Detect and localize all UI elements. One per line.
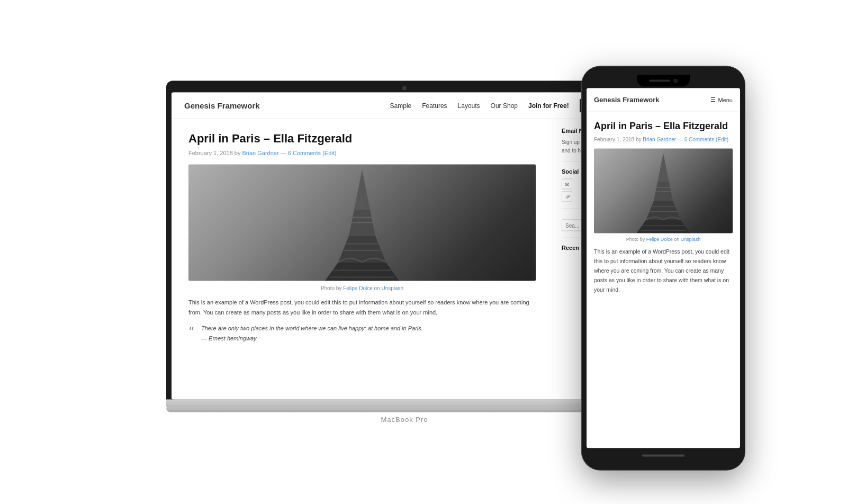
phone-home-indicator: [642, 455, 684, 457]
laptop-base: [166, 400, 643, 408]
phone-eiffel-tower-svg: [626, 151, 700, 233]
laptop-image-source[interactable]: Unsplash: [381, 285, 403, 291]
phone-camera-dot: [673, 79, 678, 83]
phone-notch-bar: [587, 74, 740, 88]
hamburger-icon: ☰: [710, 96, 716, 103]
laptop-screen: Genesis Framework Sample Features Layout…: [172, 93, 637, 400]
nav-sample[interactable]: Sample: [390, 102, 412, 109]
phone-notch: [637, 75, 690, 87]
nav-layouts[interactable]: Layouts: [458, 102, 480, 109]
laptop-main: April in Paris – Ella Fitzgerald Februar…: [172, 119, 553, 400]
laptop-post-comments[interactable]: 6 Comments (Edit): [288, 150, 337, 156]
phone-image-author[interactable]: Felipe Dolce: [646, 237, 673, 242]
laptop-site-title: Genesis Framework: [184, 101, 260, 110]
phone-post-image: [594, 149, 733, 233]
laptop-camera: [402, 86, 407, 91]
laptop-screen-wrapper: Genesis Framework Sample Features Layout…: [166, 81, 643, 400]
svg-marker-12: [646, 201, 681, 220]
laptop-image-caption: Photo by Felipe Dolce on Unsplash: [188, 285, 536, 291]
nav-features[interactable]: Features: [422, 102, 447, 109]
laptop-device: Genesis Framework Sample Features Layout…: [166, 81, 643, 424]
laptop-post-image: [188, 165, 536, 281]
phone-post-meta: February 1, 2018 by Brian Gardner — 6 Co…: [594, 137, 733, 142]
phone-site-content: April in Paris – Ella Fitzgerald Februar…: [587, 112, 740, 303]
phone-bottom-bar: [587, 448, 740, 463]
phone-screen: Genesis Framework ☰ Menu April in Paris …: [587, 88, 740, 448]
nav-shop[interactable]: Our Shop: [491, 102, 518, 109]
phone-image-source[interactable]: Unsplash: [681, 237, 701, 242]
phone-menu[interactable]: ☰ Menu: [710, 96, 733, 103]
phone-post-title: April in Paris – Ella Fitzgerald: [594, 120, 733, 132]
svg-marker-3: [325, 263, 399, 281]
menu-label: Menu: [718, 96, 733, 103]
svg-marker-2: [338, 236, 386, 263]
phone-post-author[interactable]: Brian Gardner: [643, 137, 676, 142]
laptop-post-meta: February 1, 2018 by Brian Gardner — 6 Co…: [188, 150, 536, 156]
eiffel-tower-svg: [314, 167, 410, 281]
phone-image-caption: Photo by Felipe Dolce on Unsplash: [594, 237, 733, 242]
laptop-post-body: This is an example of a WordPress post, …: [188, 298, 536, 317]
laptop-brand-label: MacBook Pro: [166, 416, 643, 424]
svg-marker-0: [354, 170, 370, 210]
laptop-post-quote: There are only two places in the world w…: [188, 323, 536, 343]
laptop-post-author[interactable]: Brian Gardner: [242, 150, 279, 156]
email-social-icon[interactable]: ✉: [562, 179, 572, 190]
phone-site-title: Genesis Framework: [594, 96, 660, 104]
svg-marker-13: [637, 220, 690, 233]
phone-post-body: This is an example of a WordPress post, …: [594, 247, 733, 294]
pinterest-social-icon[interactable]: 𝒫: [562, 192, 572, 202]
phone-post-comments[interactable]: 6 Comments (Edit): [684, 137, 728, 142]
svg-marker-10: [657, 154, 669, 182]
laptop-post-title: April in Paris – Ella Fitzgerald: [188, 132, 536, 146]
nav-join[interactable]: Join for Free!: [528, 102, 569, 109]
phone-site-header: Genesis Framework ☰ Menu: [587, 88, 740, 112]
phone-device: Genesis Framework ☰ Menu April in Paris …: [581, 66, 745, 471]
laptop-image-author[interactable]: Felipe Dolce: [343, 285, 373, 291]
phone-speaker: [649, 80, 670, 82]
laptop-site-header: Genesis Framework Sample Features Layout…: [172, 93, 637, 119]
phone-outer: Genesis Framework ☰ Menu April in Paris …: [581, 66, 745, 471]
scene: Genesis Framework Sample Features Layout…: [0, 0, 847, 504]
laptop-site-content: April in Paris – Ella Fitzgerald Februar…: [172, 119, 637, 400]
laptop-bottom: [166, 408, 643, 412]
